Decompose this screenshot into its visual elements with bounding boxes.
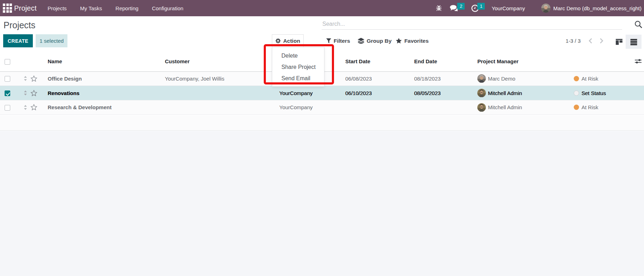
row-checkbox[interactable] [5,90,10,96]
pager-next-button[interactable] [596,38,607,43]
optional-columns-cell [632,52,644,71]
selected-count-badge: 1 selected [36,34,67,47]
favorite-star-icon[interactable] [30,75,37,82]
create-button[interactable]: CREATE [3,34,33,47]
company-switcher[interactable]: YourCompany [491,5,525,11]
manager-avatar [477,103,486,112]
debug-bug-icon[interactable] [436,0,442,16]
column-header-project-manager[interactable]: Project Manager [469,52,567,71]
search-options: Filters Group By Favorites [326,34,429,47]
apps-menu-icon[interactable] [3,4,12,13]
messages-count-badge: 2 [457,3,465,10]
activities-systray[interactable]: 1 [471,0,479,16]
manager-name: Marc Demo [488,76,515,82]
manager-avatar [477,74,486,83]
user-avatar [541,4,550,13]
list-icon [630,38,638,46]
search-input[interactable] [322,18,622,29]
pager-value: 1-3 / 3 [566,38,581,44]
status-label: Set Status [582,90,606,96]
project-customer[interactable] [157,86,271,100]
column-header-end-date[interactable]: End Date [406,52,469,71]
drag-handle-icon[interactable] [20,105,30,110]
project-company[interactable]: YourCompany [271,100,337,114]
filter-funnel-icon [326,38,331,43]
action-send-email[interactable]: Send Email [272,73,324,84]
project-start-date[interactable] [337,100,406,114]
chevron-right-icon [599,38,604,43]
action-menu-button[interactable]: Action [272,34,304,47]
column-header-start-date[interactable]: Start Date [337,52,406,71]
project-status[interactable]: Set Status [567,86,632,100]
status-dot-at-risk[interactable] [574,76,579,81]
status-dot-at-risk[interactable] [574,105,579,110]
activities-count-badge: 1 [477,3,485,10]
breadcrumb-title: Projects [4,20,35,30]
group-by-button[interactable]: Group By [358,38,392,44]
project-end-date[interactable]: 08/05/2023 [406,86,469,100]
menu-my-tasks[interactable]: My Tasks [73,0,109,16]
project-name[interactable]: Research & Development [40,100,157,114]
optional-columns-icon[interactable] [635,58,642,64]
table-footer-band [0,116,644,131]
layers-icon [358,38,364,44]
pager-previous-button[interactable] [585,38,596,43]
filters-button[interactable]: Filters [326,38,350,44]
search-icon[interactable] [634,20,643,29]
app-name[interactable]: Project [14,4,37,12]
project-name[interactable]: Renovations [40,86,157,100]
project-customer[interactable]: YourCompany, Joel Willis [157,71,271,86]
manager-avatar [477,89,486,97]
project-start-date[interactable]: 06/08/2023 [337,71,406,86]
control-panel: Projects CREATE 1 selected Action Filter… [0,16,644,52]
favorites-button[interactable]: Favorites [396,38,429,44]
systray: 2 1 YourCompany Marc Demo (db_model_acce… [436,0,644,16]
column-header-customer[interactable]: Customer [157,52,271,71]
gear-icon [275,38,281,43]
favorite-star-icon[interactable] [30,104,37,111]
drag-handle-icon[interactable] [20,76,30,81]
kanban-view-button[interactable] [612,35,626,49]
group-by-label: Group By [367,38,392,44]
project-start-date[interactable]: 06/10/2023 [337,86,406,100]
favorite-star-icon[interactable] [30,90,37,96]
chevron-left-icon [588,38,593,43]
row-checkbox[interactable] [5,76,10,82]
project-status[interactable]: At Risk [567,71,632,86]
search-bar [322,18,622,30]
project-status[interactable]: At Risk [567,100,632,114]
pager: 1-3 / 3 [566,34,607,47]
project-manager[interactable]: Mitchell Admin [469,100,567,114]
action-dropdown-menu: Delete Share Project Send Email [272,47,324,87]
app-menu: Projects My Tasks Reporting Configuratio… [41,0,190,16]
menu-configuration[interactable]: Configuration [145,0,190,16]
messages-systray[interactable]: 2 [449,0,459,16]
action-share-project[interactable]: Share Project [272,61,324,73]
user-menu[interactable]: Marc Demo (db_model_access_right) [541,4,644,13]
menu-projects[interactable]: Projects [41,0,73,16]
column-header-name[interactable]: Name [40,52,157,71]
favorites-label: Favorites [404,38,429,44]
drag-handle-icon[interactable] [20,90,30,96]
user-name: Marc Demo (db_model_access_right) [553,5,642,11]
view-switcher [612,35,642,49]
status-label: At Risk [582,104,598,110]
action-delete[interactable]: Delete [272,50,324,61]
menu-reporting[interactable]: Reporting [109,0,145,16]
table-row-research-development[interactable]: Research & Development YourCompany [0,100,644,114]
project-end-date[interactable]: 08/18/2023 [406,71,469,86]
table-row-renovations[interactable]: Renovations YourCompany 06/10/2023 08/05… [0,86,644,100]
bug-icon [436,5,442,11]
project-customer[interactable] [157,100,271,114]
select-all-checkbox[interactable] [5,59,10,65]
status-dot-none[interactable] [574,90,579,96]
project-manager[interactable]: Marc Demo [469,71,567,86]
project-end-date[interactable] [406,100,469,114]
project-name[interactable]: Office Design [40,71,157,86]
list-view-button[interactable] [626,35,642,49]
project-manager[interactable]: Mitchell Admin [469,86,567,100]
row-checkbox[interactable] [5,105,10,111]
star-icon [396,38,402,44]
filters-label: Filters [334,38,350,44]
project-company[interactable]: YourCompany [271,86,337,100]
